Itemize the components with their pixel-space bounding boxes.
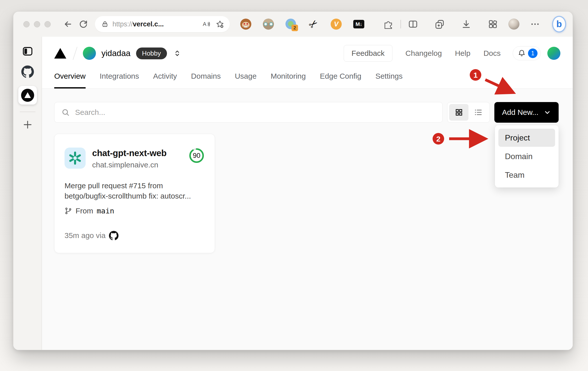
lighthouse-score[interactable]: 90 bbox=[189, 148, 205, 164]
minimize-window-button[interactable] bbox=[34, 21, 40, 27]
extensions-row: 2 ✂ V M↓ bbox=[240, 19, 394, 30]
tab-settings[interactable]: Settings bbox=[375, 72, 402, 88]
project-name[interactable]: chat-gpt-next-web bbox=[92, 148, 166, 158]
project-favicon bbox=[65, 148, 86, 169]
read-aloud-icon[interactable]: A bbox=[202, 20, 211, 28]
url-text: https://vercel.c... bbox=[112, 20, 202, 28]
view-toggle bbox=[447, 102, 490, 123]
docs-link[interactable]: Docs bbox=[484, 49, 501, 58]
browser-window: https://vercel.c... A 2 ✂ V M↓ bbox=[13, 11, 573, 350]
notification-count-badge: 1 bbox=[528, 49, 538, 58]
tab-count-badge: 2 bbox=[291, 25, 298, 31]
traffic-lights bbox=[23, 21, 51, 27]
v-extension-icon[interactable]: V bbox=[331, 19, 342, 30]
search-input[interactable] bbox=[75, 108, 436, 117]
dropdown-item-project[interactable]: Project bbox=[498, 129, 555, 147]
vercel-header: yidadaa Hobby Feedback Changelog Help Do… bbox=[42, 37, 573, 89]
tab-monitoring[interactable]: Monitoring bbox=[271, 72, 306, 88]
bell-icon bbox=[517, 49, 526, 58]
monkey-extension-icon[interactable] bbox=[240, 19, 251, 30]
zoom-window-button[interactable] bbox=[44, 21, 51, 27]
github-icon bbox=[109, 231, 119, 240]
tab-domains[interactable]: Domains bbox=[191, 72, 221, 88]
split-screen-icon[interactable] bbox=[407, 19, 419, 30]
overview-content: Add New... bbox=[42, 89, 573, 253]
dropdown-item-domain[interactable]: Domain bbox=[498, 147, 555, 165]
lock-icon bbox=[101, 21, 108, 28]
sloth-extension-icon[interactable] bbox=[263, 19, 274, 30]
bing-copilot-icon[interactable]: b bbox=[552, 16, 566, 32]
notifications-button[interactable]: 1 bbox=[513, 46, 541, 60]
address-bar[interactable]: https://vercel.c... A bbox=[95, 16, 230, 32]
close-window-button[interactable] bbox=[23, 21, 30, 27]
browser-toolbar: https://vercel.c... A 2 ✂ V M↓ bbox=[13, 12, 573, 37]
score-value: 90 bbox=[189, 148, 205, 164]
grid-view-button[interactable] bbox=[449, 104, 468, 121]
tab-edge-config[interactable]: Edge Config bbox=[320, 72, 361, 88]
apps-grid-icon[interactable] bbox=[487, 19, 498, 30]
collections-icon[interactable] bbox=[434, 19, 445, 30]
edge-sidebar bbox=[13, 37, 42, 350]
sidebar-add-icon[interactable] bbox=[22, 119, 33, 131]
scissors-extension-icon[interactable]: ✂ bbox=[308, 19, 319, 30]
team-name[interactable]: yidadaa bbox=[101, 49, 131, 58]
tab-usage[interactable]: Usage bbox=[235, 72, 257, 88]
project-card[interactable]: chat-gpt-next-web chat.simplenaive.cn 90 bbox=[54, 134, 215, 253]
extensions-puzzle-icon[interactable] bbox=[383, 19, 394, 30]
breadcrumb-slash bbox=[73, 47, 78, 60]
chevron-down-icon bbox=[544, 109, 551, 116]
vercel-sidebar-icon[interactable] bbox=[18, 86, 37, 105]
plan-badge: Hobby bbox=[136, 48, 167, 59]
dropdown-item-team[interactable]: Team bbox=[498, 166, 555, 184]
more-menu-icon[interactable] bbox=[530, 19, 541, 30]
add-favorite-icon[interactable] bbox=[216, 20, 224, 28]
browser-profile-avatar[interactable] bbox=[508, 19, 519, 30]
tab-counter-extension-icon[interactable]: 2 bbox=[285, 19, 297, 30]
add-new-button[interactable]: Add New... bbox=[494, 102, 559, 123]
sidebar-panel-icon[interactable] bbox=[22, 45, 34, 58]
team-avatar[interactable] bbox=[83, 47, 96, 60]
tab-activity[interactable]: Activity bbox=[153, 72, 177, 88]
feedback-button[interactable]: Feedback bbox=[344, 45, 392, 62]
latest-commit-message[interactable]: Merge pull request #715 from betgo/bugfi… bbox=[65, 181, 205, 201]
branch-name[interactable]: main bbox=[97, 207, 114, 215]
vercel-nav-tabs: Overview Integrations Activity Domains U… bbox=[54, 60, 560, 88]
sidebar-divider bbox=[20, 112, 35, 112]
openai-icon bbox=[68, 151, 82, 165]
deploy-time: 35m ago via bbox=[65, 231, 105, 240]
list-view-icon bbox=[474, 108, 483, 117]
github-sidebar-icon[interactable] bbox=[21, 65, 34, 79]
toolbar-right-icons bbox=[407, 19, 541, 30]
git-branch-icon bbox=[65, 207, 72, 215]
from-label: From bbox=[76, 207, 93, 215]
vercel-logo[interactable] bbox=[54, 48, 66, 59]
search-icon bbox=[61, 108, 70, 117]
add-new-dropdown: Project Domain Team bbox=[495, 125, 559, 188]
reload-icon[interactable] bbox=[78, 19, 88, 30]
tab-overview[interactable]: Overview bbox=[54, 72, 86, 88]
vercel-page: yidadaa Hobby Feedback Changelog Help Do… bbox=[42, 37, 573, 350]
team-switcher-icon[interactable] bbox=[173, 49, 182, 58]
add-new-label: Add New... bbox=[502, 108, 538, 117]
help-link[interactable]: Help bbox=[455, 49, 471, 58]
tab-integrations[interactable]: Integrations bbox=[100, 72, 139, 88]
changelog-link[interactable]: Changelog bbox=[405, 49, 442, 58]
toolbar-divider bbox=[400, 20, 401, 28]
user-avatar[interactable] bbox=[547, 47, 560, 60]
downloads-icon[interactable] bbox=[461, 19, 472, 30]
markdown-extension-icon[interactable]: M↓ bbox=[353, 19, 364, 30]
back-icon[interactable] bbox=[63, 19, 73, 30]
svg-text:A: A bbox=[203, 21, 207, 27]
project-domain[interactable]: chat.simplenaive.cn bbox=[92, 161, 166, 169]
grid-view-icon bbox=[454, 108, 463, 117]
list-view-button[interactable] bbox=[468, 104, 488, 121]
project-search[interactable] bbox=[54, 102, 443, 123]
